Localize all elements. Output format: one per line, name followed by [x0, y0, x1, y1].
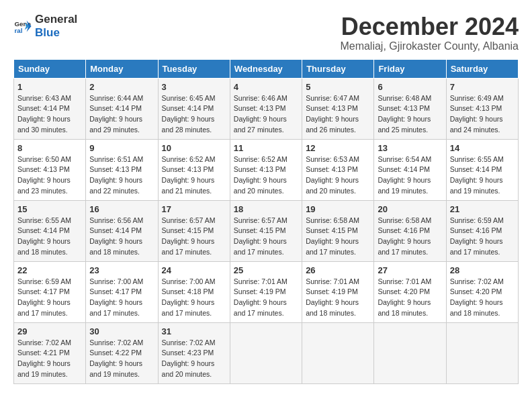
day-number: 26: [306, 265, 370, 275]
calendar-week-row: 22 Sunrise: 6:59 AM Sunset: 4:17 PM Dayl…: [14, 261, 519, 322]
sunrise-text: Sunrise: 6:44 AM: [89, 94, 143, 102]
day-info: Sunrise: 6:51 AM Sunset: 4:13 PM Dayligh…: [89, 154, 154, 197]
daylight-text: Daylight: 9 hours and 18 minutes.: [378, 298, 431, 317]
sunset-text: Sunset: 4:13 PM: [17, 165, 70, 173]
sunset-text: Sunset: 4:13 PM: [306, 104, 358, 112]
sunset-text: Sunset: 4:15 PM: [234, 226, 286, 234]
day-info: Sunrise: 7:01 AM Sunset: 4:19 PM Dayligh…: [306, 277, 370, 319]
calendar-cell: 15 Sunrise: 6:55 AM Sunset: 4:14 PM Dayl…: [14, 200, 86, 261]
sunrise-text: Sunrise: 7:02 AM: [162, 338, 216, 347]
calendar-cell: 12 Sunrise: 6:53 AM Sunset: 4:13 PM Dayl…: [302, 139, 374, 200]
calendar-cell: 24 Sunrise: 7:00 AM Sunset: 4:18 PM Dayl…: [158, 261, 230, 322]
sunset-text: Sunset: 4:21 PM: [17, 349, 70, 357]
day-info: Sunrise: 7:02 AM Sunset: 4:20 PM Dayligh…: [450, 277, 515, 319]
sunset-text: Sunset: 4:19 PM: [234, 287, 286, 295]
calendar-cell: 13 Sunrise: 6:54 AM Sunset: 4:14 PM Dayl…: [374, 139, 446, 200]
day-header-thursday: Thursday: [302, 59, 374, 78]
daylight-text: Daylight: 9 hours and 20 minutes.: [234, 176, 287, 195]
calendar-cell: 17 Sunrise: 6:57 AM Sunset: 4:15 PM Dayl…: [158, 200, 230, 261]
sunrise-text: Sunrise: 6:45 AM: [162, 94, 216, 102]
day-header-monday: Monday: [86, 59, 158, 78]
daylight-text: Daylight: 9 hours and 18 minutes.: [89, 237, 142, 256]
daylight-text: Daylight: 9 hours and 18 minutes.: [306, 298, 359, 317]
day-info: Sunrise: 6:49 AM Sunset: 4:13 PM Dayligh…: [450, 93, 515, 136]
sunrise-text: Sunrise: 7:01 AM: [378, 277, 431, 285]
daylight-text: Daylight: 9 hours and 17 minutes.: [450, 237, 503, 256]
calendar-cell: 20 Sunrise: 6:58 AM Sunset: 4:16 PM Dayl…: [374, 200, 446, 261]
daylight-text: Daylight: 9 hours and 17 minutes.: [162, 298, 215, 317]
day-info: Sunrise: 6:57 AM Sunset: 4:15 PM Dayligh…: [234, 216, 298, 258]
daylight-text: Daylight: 9 hours and 19 minutes.: [17, 359, 71, 378]
sunrise-text: Sunrise: 7:00 AM: [89, 277, 143, 285]
day-info: Sunrise: 6:54 AM Sunset: 4:14 PM Dayligh…: [378, 154, 442, 197]
logo-blue-text: Blue: [35, 26, 77, 40]
calendar-cell: 7 Sunrise: 6:49 AM Sunset: 4:13 PM Dayli…: [446, 78, 518, 139]
daylight-text: Daylight: 9 hours and 26 minutes.: [306, 115, 359, 134]
day-info: Sunrise: 6:55 AM Sunset: 4:14 PM Dayligh…: [17, 216, 82, 258]
day-number: 3: [162, 82, 226, 92]
sunset-text: Sunset: 4:15 PM: [162, 226, 214, 234]
calendar-cell: 30 Sunrise: 7:02 AM Sunset: 4:22 PM Dayl…: [86, 322, 158, 383]
calendar-cell: 9 Sunrise: 6:51 AM Sunset: 4:13 PM Dayli…: [86, 139, 158, 200]
calendar-week-row: 1 Sunrise: 6:43 AM Sunset: 4:14 PM Dayli…: [14, 78, 519, 139]
day-header-saturday: Saturday: [446, 59, 518, 78]
day-number: 18: [234, 204, 298, 214]
daylight-text: Daylight: 9 hours and 20 minutes.: [162, 359, 215, 378]
sunrise-text: Sunrise: 6:49 AM: [450, 94, 504, 102]
sunset-text: Sunset: 4:14 PM: [89, 226, 142, 234]
day-number: 16: [89, 204, 154, 214]
day-number: 21: [450, 204, 515, 214]
daylight-text: Daylight: 9 hours and 17 minutes.: [89, 298, 142, 317]
day-number: 10: [162, 143, 226, 153]
calendar-cell: [302, 322, 374, 383]
sunset-text: Sunset: 4:23 PM: [162, 349, 214, 357]
day-info: Sunrise: 6:58 AM Sunset: 4:16 PM Dayligh…: [378, 216, 442, 258]
calendar-cell: 18 Sunrise: 6:57 AM Sunset: 4:15 PM Dayl…: [230, 200, 302, 261]
logo: Gene ral General Blue: [13, 13, 77, 40]
day-number: 23: [89, 265, 154, 275]
calendar-week-row: 29 Sunrise: 7:02 AM Sunset: 4:21 PM Dayl…: [14, 322, 519, 383]
sunrise-text: Sunrise: 6:56 AM: [89, 216, 143, 224]
calendar-cell: [446, 322, 518, 383]
sunset-text: Sunset: 4:19 PM: [306, 287, 358, 295]
sunset-text: Sunset: 4:16 PM: [378, 226, 430, 234]
day-number: 8: [17, 143, 82, 153]
day-header-sunday: Sunday: [14, 59, 86, 78]
sunrise-text: Sunrise: 6:50 AM: [17, 155, 71, 163]
daylight-text: Daylight: 9 hours and 28 minutes.: [162, 115, 215, 134]
sunrise-text: Sunrise: 7:02 AM: [89, 338, 143, 347]
calendar-cell: 5 Sunrise: 6:47 AM Sunset: 4:13 PM Dayli…: [302, 78, 374, 139]
calendar-cell: 14 Sunrise: 6:55 AM Sunset: 4:14 PM Dayl…: [446, 139, 518, 200]
calendar-cell: 31 Sunrise: 7:02 AM Sunset: 4:23 PM Dayl…: [158, 322, 230, 383]
day-info: Sunrise: 6:52 AM Sunset: 4:13 PM Dayligh…: [162, 154, 226, 197]
calendar-cell: 21 Sunrise: 6:59 AM Sunset: 4:16 PM Dayl…: [446, 200, 518, 261]
title-area: December 2024 Memaliaj, Gjirokaster Coun…: [340, 13, 519, 52]
day-number: 27: [378, 265, 442, 275]
sunset-text: Sunset: 4:13 PM: [378, 104, 430, 112]
sunset-text: Sunset: 4:13 PM: [89, 165, 142, 173]
calendar-cell: 22 Sunrise: 6:59 AM Sunset: 4:17 PM Dayl…: [14, 261, 86, 322]
day-number: 20: [378, 204, 442, 214]
daylight-text: Daylight: 9 hours and 29 minutes.: [89, 115, 142, 134]
daylight-text: Daylight: 9 hours and 23 minutes.: [17, 176, 71, 195]
sunrise-text: Sunrise: 7:02 AM: [17, 338, 71, 347]
daylight-text: Daylight: 9 hours and 17 minutes.: [17, 298, 71, 317]
sunrise-text: Sunrise: 7:02 AM: [450, 277, 504, 285]
calendar-cell: 3 Sunrise: 6:45 AM Sunset: 4:14 PM Dayli…: [158, 78, 230, 139]
calendar-table: SundayMondayTuesdayWednesdayThursdayFrid…: [13, 59, 519, 384]
sunset-text: Sunset: 4:20 PM: [378, 287, 430, 295]
sunset-text: Sunset: 4:17 PM: [17, 287, 70, 295]
calendar-cell: 4 Sunrise: 6:46 AM Sunset: 4:13 PM Dayli…: [230, 78, 302, 139]
day-info: Sunrise: 7:02 AM Sunset: 4:23 PM Dayligh…: [162, 338, 226, 380]
sunset-text: Sunset: 4:14 PM: [89, 104, 142, 112]
daylight-text: Daylight: 9 hours and 17 minutes.: [306, 237, 359, 256]
sunset-text: Sunset: 4:14 PM: [17, 104, 70, 112]
calendar-cell: 28 Sunrise: 7:02 AM Sunset: 4:20 PM Dayl…: [446, 261, 518, 322]
day-info: Sunrise: 6:58 AM Sunset: 4:15 PM Dayligh…: [306, 216, 370, 258]
sunset-text: Sunset: 4:16 PM: [450, 226, 502, 234]
day-number: 29: [17, 326, 82, 336]
day-header-wednesday: Wednesday: [230, 59, 302, 78]
day-number: 19: [306, 204, 370, 214]
day-info: Sunrise: 6:46 AM Sunset: 4:13 PM Dayligh…: [234, 93, 298, 136]
day-info: Sunrise: 6:53 AM Sunset: 4:13 PM Dayligh…: [306, 154, 370, 197]
